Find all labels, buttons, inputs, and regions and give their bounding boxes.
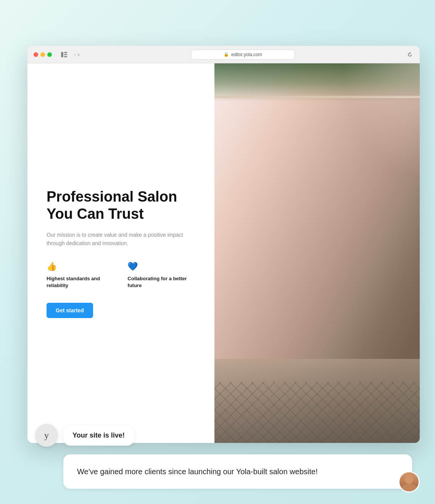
notification-row: y Your site is live!	[35, 424, 412, 447]
right-panel	[214, 63, 420, 443]
get-started-button[interactable]: Get started	[47, 303, 93, 318]
notification-text: Your site is live!	[72, 431, 125, 439]
features-row: 👍 Highest standards and reliability 💙 Co…	[47, 262, 195, 289]
svg-rect-3	[64, 56, 67, 57]
back-icon[interactable]: ‹	[74, 51, 76, 58]
testimonial-text: We've gained more clients since launchin…	[77, 467, 318, 476]
feature-1: 👍 Highest standards and reliability	[47, 262, 116, 289]
hero-subtitle: Our mission is to create value and make …	[47, 231, 195, 248]
salon-image	[214, 63, 420, 443]
yola-letter: y	[44, 430, 49, 441]
sidebar-toggle-icon[interactable]	[59, 51, 69, 58]
avatar-image	[400, 472, 419, 491]
maximize-button[interactable]	[47, 52, 52, 57]
forward-icon[interactable]: ›	[77, 51, 79, 58]
svg-rect-2	[64, 54, 67, 55]
reload-button[interactable]	[406, 51, 414, 58]
lock-icon: 🔒	[224, 52, 229, 57]
nav-buttons: ‹ ›	[74, 51, 80, 58]
browser-chrome: ‹ › 🔒 editor.yola.com	[27, 46, 420, 63]
browser-content: Professional Salon You Can Trust Our mis…	[27, 63, 420, 443]
testimonial-bubble: We've gained more clients since launchin…	[63, 454, 412, 489]
browser-window: ‹ › 🔒 editor.yola.com Professional Salon…	[27, 46, 420, 443]
svg-rect-0	[61, 52, 63, 57]
svg-rect-1	[64, 52, 67, 53]
light-overlay	[343, 63, 420, 178]
address-bar[interactable]: 🔒 editor.yola.com	[191, 50, 294, 60]
feature-2: 💙 Collaborating for a better future	[127, 262, 195, 289]
yola-avatar: y	[35, 424, 58, 447]
left-panel: Professional Salon You Can Trust Our mis…	[27, 63, 214, 443]
user-avatar	[398, 471, 420, 493]
url-text: editor.yola.com	[231, 52, 262, 57]
feature-1-text: Highest standards and reliability	[47, 275, 116, 289]
notification-bubble: Your site is live!	[63, 425, 134, 446]
chat-section: y Your site is live! We've gained more c…	[27, 424, 420, 489]
hero-title: Professional Salon You Can Trust	[47, 188, 195, 223]
thumbs-up-icon: 👍	[47, 262, 116, 271]
feature-2-text: Collaborating for a better future	[127, 275, 195, 289]
close-button[interactable]	[34, 52, 38, 57]
traffic-lights	[34, 52, 52, 57]
heart-icon: 💙	[127, 262, 195, 271]
minimize-button[interactable]	[40, 52, 45, 57]
